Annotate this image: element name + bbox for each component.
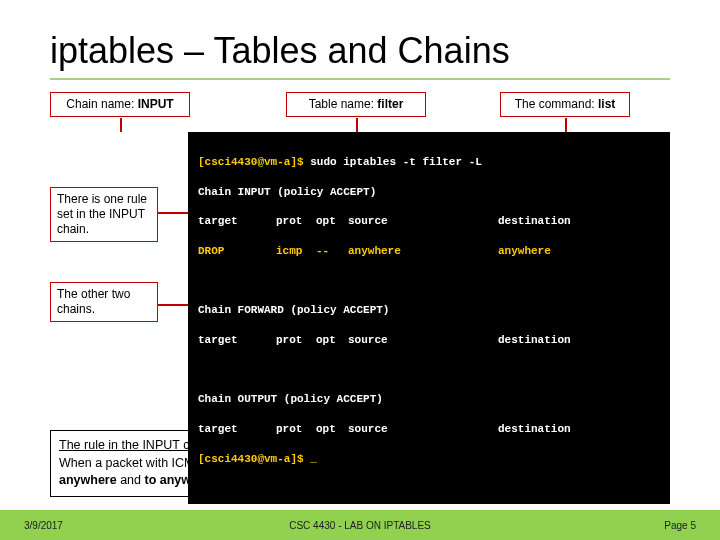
annot-value: INPUT	[138, 97, 174, 111]
footer-course: CSC 4430 - LAB ON IPTABLES	[289, 520, 431, 531]
terminal-prompt: [csci4430@vm-a]$ _	[198, 452, 660, 467]
col-dest: destination	[498, 214, 608, 229]
diagram-stage: Chain name: INPUT Table name: filter The…	[50, 92, 670, 422]
terminal-command: sudo iptables -t filter -L	[310, 156, 482, 168]
page-title: iptables – Tables and Chains	[0, 0, 720, 78]
explain-text: and	[117, 473, 145, 487]
annotation-other-chains: The other two chains.	[50, 282, 158, 322]
footer-date: 3/9/2017	[24, 520, 63, 531]
annot-value: filter	[377, 97, 403, 111]
footer-bar: 3/9/2017 CSC 4430 - LAB ON IPTABLES Page…	[0, 510, 720, 540]
annot-label: Chain name:	[66, 97, 137, 111]
rule-source: anywhere	[348, 244, 498, 259]
title-underline	[50, 78, 670, 80]
col-prot: prot	[276, 422, 316, 437]
col-target: target	[198, 422, 276, 437]
annot-label: Table name:	[309, 97, 378, 111]
col-source: source	[348, 422, 498, 437]
col-opt: opt	[316, 422, 348, 437]
annotation-command: The command: list	[500, 92, 630, 117]
col-source: source	[348, 333, 498, 348]
terminal-blank	[198, 363, 660, 378]
col-opt: opt	[316, 214, 348, 229]
rule-dest: anywhere	[498, 244, 608, 259]
connector-line	[565, 118, 567, 132]
col-opt: opt	[316, 333, 348, 348]
col-prot: prot	[276, 333, 316, 348]
connector-line	[158, 304, 188, 306]
col-target: target	[198, 333, 276, 348]
col-dest: destination	[498, 333, 608, 348]
terminal-rule-row: DROPicmp--anywhereanywhere	[198, 244, 660, 259]
terminal-columns: targetprotoptsourcedestination	[198, 422, 660, 437]
rule-target: DROP	[198, 244, 276, 259]
rule-prot: icmp	[276, 244, 316, 259]
footer-page: Page 5	[664, 520, 696, 531]
terminal-chain-header: Chain OUTPUT (policy ACCEPT)	[198, 392, 660, 407]
connector-line	[356, 118, 358, 132]
terminal-columns: targetprotoptsourcedestination	[198, 214, 660, 229]
terminal-columns: targetprotoptsourcedestination	[198, 333, 660, 348]
annot-value: list	[598, 97, 615, 111]
terminal-prompt: [csci4430@vm-a]$	[198, 156, 310, 168]
connector-line	[158, 212, 188, 214]
connector-line	[120, 118, 122, 132]
rule-opt: --	[316, 244, 348, 259]
annot-label: The command:	[515, 97, 598, 111]
annotation-table-name: Table name: filter	[286, 92, 426, 117]
annotation-chain-name: Chain name: INPUT	[50, 92, 190, 117]
terminal: [csci4430@vm-a]$ sudo iptables -t filter…	[188, 132, 670, 504]
terminal-blank	[198, 274, 660, 289]
col-dest: destination	[498, 422, 608, 437]
terminal-chain-header: Chain INPUT (policy ACCEPT)	[198, 185, 660, 200]
col-source: source	[348, 214, 498, 229]
col-prot: prot	[276, 214, 316, 229]
annotation-input-rule: There is one rule set in the INPUT chain…	[50, 187, 158, 242]
terminal-chain-header: Chain FORWARD (policy ACCEPT)	[198, 303, 660, 318]
col-target: target	[198, 214, 276, 229]
